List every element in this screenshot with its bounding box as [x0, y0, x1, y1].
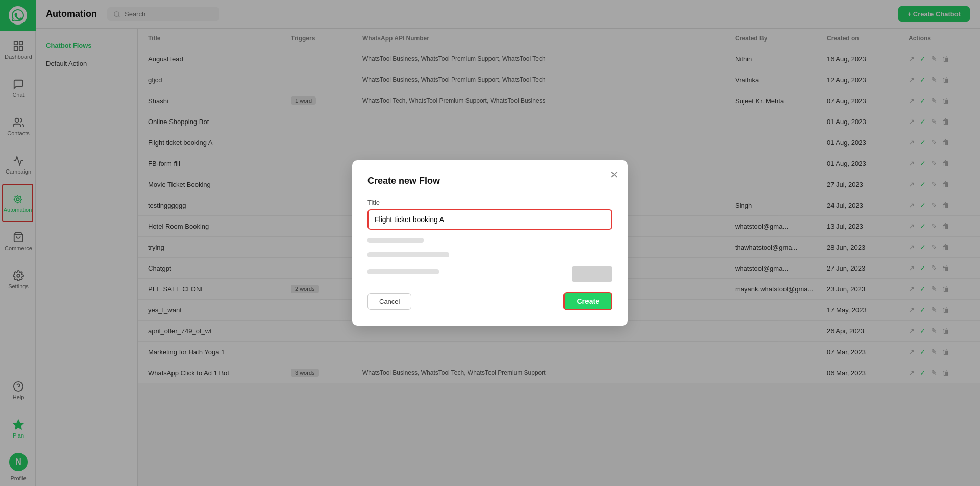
- modal-title-input[interactable]: [368, 209, 612, 230]
- modal-cancel-button[interactable]: Cancel: [368, 293, 411, 310]
- modal-close-button[interactable]: ✕: [610, 168, 619, 181]
- modal-placeholder-bar-3: [368, 269, 439, 274]
- modal-placeholder-bar-1: [368, 238, 424, 243]
- modal-title: Create new Flow: [368, 176, 612, 186]
- modal-overlay: Create new Flow ✕ Title Cancel Create: [0, 0, 980, 486]
- create-flow-modal: Create new Flow ✕ Title Cancel Create: [352, 160, 628, 326]
- modal-field-label: Title: [368, 199, 612, 206]
- modal-create-button[interactable]: Create: [564, 292, 612, 310]
- modal-placeholder-bar-2: [368, 252, 449, 257]
- modal-actions: Cancel Create: [368, 292, 612, 310]
- modal-placeholder-btn: [572, 266, 612, 282]
